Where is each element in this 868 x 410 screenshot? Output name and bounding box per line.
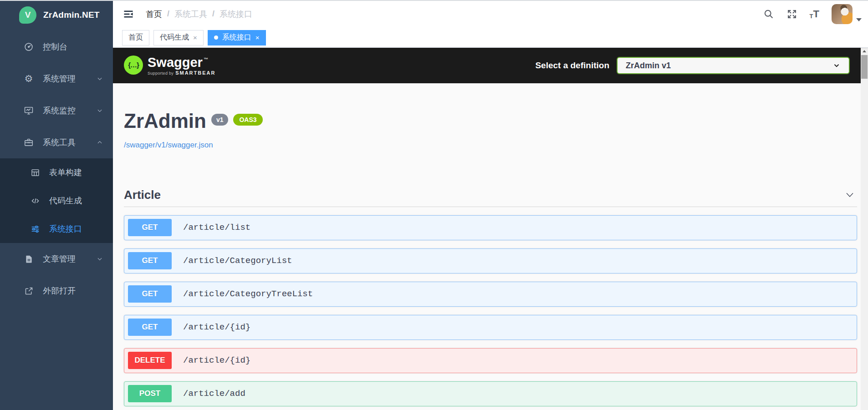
swagger-frame: {…} Swagger ™ Supported bySMARTBEAR Sele… bbox=[113, 48, 868, 410]
app-title: ZrAdmin.NET bbox=[43, 10, 100, 20]
active-tab-dot bbox=[214, 35, 218, 40]
breadcrumb-separator: / bbox=[167, 9, 169, 19]
tab-home[interactable]: 首页 bbox=[122, 30, 149, 46]
chevron-down-icon[interactable] bbox=[844, 189, 857, 200]
definition-select-value: ZrAdmin v1 bbox=[626, 61, 671, 71]
sidebar-menu: 控制台 ⚙ 系统管理 系统监控 bbox=[0, 30, 113, 307]
breadcrumb-system-api: 系统接口 bbox=[220, 9, 252, 20]
dashboard-icon bbox=[23, 42, 35, 52]
breadcrumb-separator: / bbox=[212, 9, 214, 19]
close-icon[interactable]: × bbox=[193, 34, 197, 41]
sidebar-item-label: 控制台 bbox=[43, 41, 67, 52]
sidebar-item-dashboard[interactable]: 控制台 bbox=[0, 31, 113, 63]
window-top-edge bbox=[0, 0, 868, 1]
method-badge: DELETE bbox=[128, 352, 172, 369]
method-badge: GET bbox=[128, 219, 172, 236]
version-badge: v1 bbox=[211, 114, 229, 126]
sidebar-item-form-builder[interactable]: 表单构建 bbox=[0, 158, 113, 187]
code-icon bbox=[29, 196, 41, 206]
definition-select-group: Select a definition ZrAdmin v1 bbox=[535, 57, 850, 74]
sidebar-item-system-monitor[interactable]: 系统监控 bbox=[0, 95, 113, 127]
sidebar-item-external-open[interactable]: 外部打开 bbox=[0, 275, 113, 307]
navbar-actions: TT bbox=[763, 4, 862, 24]
close-icon[interactable]: × bbox=[255, 34, 260, 41]
definition-select[interactable]: ZrAdmin v1 bbox=[617, 57, 850, 74]
sidebar-item-label: 系统接口 bbox=[49, 223, 82, 234]
chevron-down-icon bbox=[97, 107, 103, 114]
app-logo-icon: V bbox=[19, 6, 36, 24]
search-icon[interactable] bbox=[763, 9, 774, 20]
endpoint-row[interactable]: GET /article/CategoryTreeList bbox=[124, 282, 857, 307]
vertical-scrollbar[interactable] bbox=[861, 48, 868, 410]
api-title: ZrAdmin bbox=[124, 110, 206, 133]
endpoint-path: /article/{id} bbox=[183, 355, 250, 365]
endpoint-row[interactable]: GET /article/{id} bbox=[124, 315, 857, 340]
endpoint-row[interactable]: GET /article/list bbox=[124, 215, 857, 240]
gear-icon: ⚙ bbox=[23, 73, 35, 84]
caret-down-icon bbox=[856, 18, 862, 21]
user-menu[interactable] bbox=[832, 4, 862, 24]
oas-badge: OAS3 bbox=[233, 114, 262, 126]
scroll-up-arrow-icon bbox=[863, 50, 866, 52]
endpoint-path: /article/CategoryTreeList bbox=[183, 289, 313, 299]
swagger-supported-by: Supported bySMARTBEAR bbox=[148, 70, 215, 76]
tab-label: 首页 bbox=[128, 33, 143, 42]
toolbox-icon bbox=[23, 137, 35, 147]
method-badge: GET bbox=[128, 285, 172, 303]
app-logo: V ZrAdmin.NET bbox=[0, 0, 113, 30]
endpoint-path: /article/{id} bbox=[183, 322, 250, 332]
trademark-symbol: ™ bbox=[204, 57, 208, 62]
smartbear-brand: SMARTBEAR bbox=[175, 70, 215, 76]
endpoint-row[interactable]: POST /article/add bbox=[124, 381, 857, 406]
scrollbar-up-button[interactable] bbox=[861, 48, 868, 55]
top-navbar: 首页 / 系统工具 / 系统接口 TT bbox=[113, 0, 868, 28]
swagger-logo-text: Swagger ™ bbox=[148, 56, 215, 69]
main-area: 首页 / 系统工具 / 系统接口 TT bbox=[113, 0, 868, 410]
sidebar-item-label: 文章管理 bbox=[43, 253, 76, 264]
chevron-up-icon bbox=[97, 139, 103, 146]
tab-label: 代码生成 bbox=[160, 33, 189, 42]
sliders-icon bbox=[29, 224, 41, 234]
scrollbar-thumb[interactable] bbox=[861, 55, 868, 79]
tab-system-api[interactable]: 系统接口 × bbox=[208, 30, 266, 46]
sidebar-item-label: 系统工具 bbox=[43, 137, 76, 148]
sidebar-item-system-tools[interactable]: 系统工具 bbox=[0, 127, 113, 158]
external-link-icon bbox=[23, 286, 35, 296]
user-avatar[interactable] bbox=[832, 4, 853, 24]
sidebar-item-code-gen[interactable]: 代码生成 bbox=[0, 187, 113, 215]
method-badge: POST bbox=[128, 385, 172, 402]
sidebar-item-label: 外部打开 bbox=[43, 285, 76, 296]
method-badge: GET bbox=[128, 252, 172, 269]
sidebar-item-system-manage[interactable]: ⚙ 系统管理 bbox=[0, 63, 113, 95]
api-info: ZrAdmin v1 OAS3 /swagger/v1/swagger.json bbox=[124, 83, 857, 150]
tab-label: 系统接口 bbox=[222, 33, 251, 42]
chevron-down-icon bbox=[97, 76, 103, 82]
sidebar-item-label: 系统监控 bbox=[43, 105, 76, 116]
method-badge: GET bbox=[128, 319, 172, 336]
section-title: Article bbox=[124, 188, 161, 202]
document-icon bbox=[23, 254, 35, 264]
endpoint-row[interactable]: DELETE /article/{id} bbox=[124, 348, 857, 373]
definition-select-label: Select a definition bbox=[535, 61, 609, 71]
spec-json-link[interactable]: /swagger/v1/swagger.json bbox=[124, 141, 213, 150]
endpoint-path: /article/CategoryList bbox=[183, 256, 292, 266]
tab-code-gen[interactable]: 代码生成 × bbox=[153, 30, 204, 46]
breadcrumb-system-tools: 系统工具 bbox=[174, 9, 207, 20]
sidebar-item-article-manage[interactable]: 文章管理 bbox=[0, 243, 113, 275]
sidebar-collapse-icon[interactable] bbox=[121, 6, 139, 22]
swagger-body: ZrAdmin v1 OAS3 /swagger/v1/swagger.json… bbox=[113, 83, 868, 406]
font-size-icon[interactable]: TT bbox=[810, 9, 819, 19]
swagger-logo: {…} Swagger ™ Supported bySMARTBEAR bbox=[124, 56, 215, 76]
swagger-topbar: {…} Swagger ™ Supported bySMARTBEAR Sele… bbox=[113, 48, 861, 83]
tags-view-bar: 首页 代码生成 × 系统接口 × bbox=[113, 28, 868, 48]
sidebar-submenu-system-tools: 表单构建 代码生成 系 bbox=[0, 158, 113, 243]
chevron-down-icon bbox=[97, 256, 103, 262]
endpoint-path: /article/list bbox=[183, 223, 250, 233]
fullscreen-icon[interactable] bbox=[786, 9, 797, 20]
sidebar-item-system-api[interactable]: 系统接口 bbox=[0, 215, 113, 243]
app-logo-letter: V bbox=[25, 10, 31, 20]
breadcrumb: 首页 / 系统工具 / 系统接口 bbox=[146, 9, 252, 20]
breadcrumb-home[interactable]: 首页 bbox=[146, 9, 162, 20]
section-header-article[interactable]: Article bbox=[124, 188, 857, 207]
endpoint-row[interactable]: GET /article/CategoryList bbox=[124, 248, 857, 273]
